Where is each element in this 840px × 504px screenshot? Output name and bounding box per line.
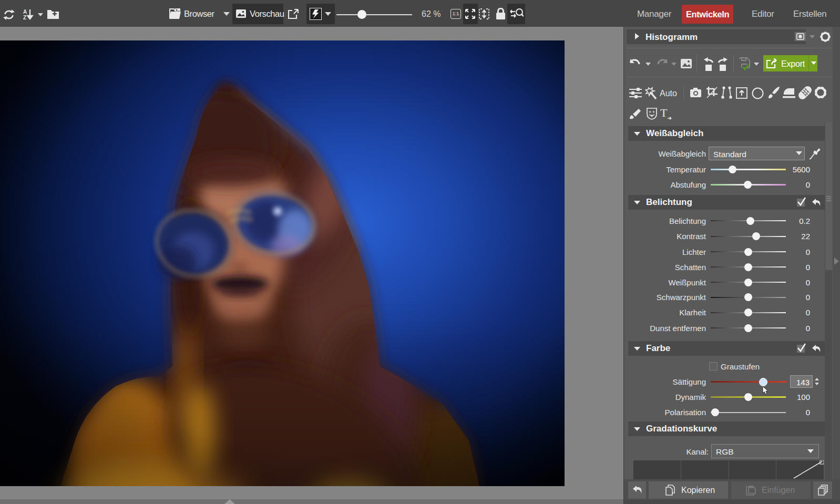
svg-text:A: A [23,9,27,15]
svg-text:T: T [660,107,668,119]
svg-text:Z: Z [23,15,26,20]
